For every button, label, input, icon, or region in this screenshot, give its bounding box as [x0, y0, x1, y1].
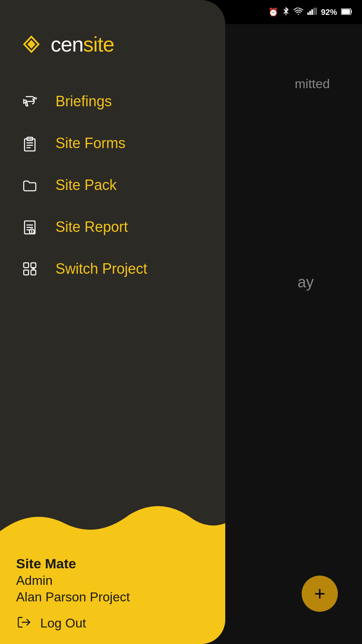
clipboard-icon — [20, 134, 39, 153]
nav-item-site-pack[interactable]: Site Pack — [0, 164, 225, 206]
fab-icon: + — [314, 584, 325, 603]
nav-item-site-forms[interactable]: Site Forms — [0, 122, 225, 164]
grid-icon — [20, 259, 39, 279]
megaphone-icon — [20, 92, 39, 111]
logo-area: censite — [0, 0, 225, 72]
svg-rect-4 — [313, 8, 315, 15]
svg-rect-2 — [309, 11, 311, 15]
svg-rect-5 — [315, 8, 317, 15]
svg-rect-25 — [24, 270, 29, 275]
site-forms-label: Site Forms — [56, 135, 125, 152]
wifi-icon — [294, 8, 303, 17]
svg-rect-24 — [31, 263, 36, 268]
drawer: censite Briefings — [0, 0, 225, 644]
nav-item-switch-project[interactable]: Switch Project — [0, 248, 225, 290]
logo-text: censite — [51, 32, 114, 56]
logout-button[interactable]: Log Out — [16, 614, 209, 632]
battery-icon — [341, 8, 352, 17]
footer-area: Site Mate Admin Alan Parson Project Log … — [0, 491, 225, 644]
report-icon — [20, 217, 39, 237]
site-report-label: Site Report — [56, 219, 128, 235]
logout-icon — [16, 614, 32, 632]
svg-rect-23 — [24, 263, 29, 268]
battery-text: 92% — [321, 8, 337, 17]
svg-rect-7 — [342, 9, 350, 14]
svg-rect-26 — [31, 270, 36, 275]
footer-project: Alan Parson Project — [16, 590, 209, 605]
folder-icon — [20, 175, 39, 195]
bg-text-mid: ay — [298, 274, 314, 291]
footer-content: Site Mate Admin Alan Parson Project Log … — [0, 548, 225, 644]
switch-project-label: Switch Project — [56, 260, 147, 277]
fab-button[interactable]: + — [302, 576, 338, 612]
footer-role: Admin — [16, 573, 209, 588]
nav-item-briefings[interactable]: Briefings — [0, 80, 225, 122]
svg-point-10 — [34, 97, 36, 99]
svg-marker-9 — [27, 40, 35, 49]
bluetooth-icon — [282, 7, 290, 18]
svg-rect-1 — [307, 12, 309, 15]
svg-point-22 — [32, 233, 32, 233]
signal-icon — [307, 8, 317, 17]
alarm-icon: ⏰ — [268, 7, 278, 17]
svg-rect-3 — [311, 9, 313, 15]
logo-icon — [20, 34, 44, 54]
nav-item-site-report[interactable]: Site Report — [0, 206, 225, 248]
nav-list: Briefings Site Forms Site — [0, 72, 225, 491]
logo-cen: cen — [51, 33, 83, 56]
logout-label: Log Out — [40, 616, 86, 631]
briefings-label: Briefings — [56, 93, 112, 110]
status-icons: ⏰ 92% — [268, 7, 352, 18]
logo-site: site — [83, 33, 114, 56]
svg-point-0 — [298, 14, 299, 15]
site-pack-label: Site Pack — [56, 177, 117, 194]
footer-username: Site Mate — [16, 556, 209, 572]
bg-text-top: mitted — [295, 76, 330, 91]
